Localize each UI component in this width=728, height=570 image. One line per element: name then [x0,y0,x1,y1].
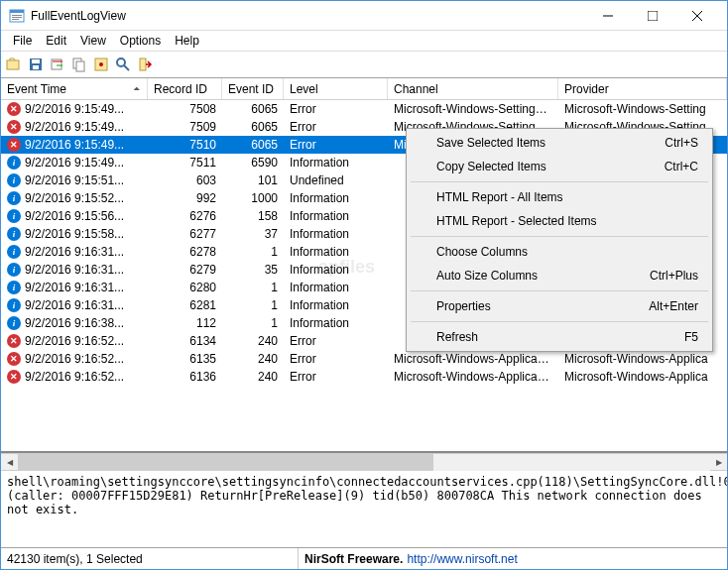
menu-item-label: HTML Report - Selected Items [436,214,597,228]
svg-rect-1 [10,10,24,13]
svg-rect-15 [76,61,84,71]
cell-provider: Microsoft-Windows-Applica [558,369,727,385]
scroll-track[interactable] [18,454,710,471]
cell-provider: Microsoft-Windows-Applica [558,351,727,367]
content-area: Event Time⏶ Record ID Event ID Level Cha… [1,78,727,547]
context-menu-item[interactable]: HTML Report - All Items [409,185,710,209]
menu-edit[interactable]: Edit [40,32,72,50]
cell-record-id: 6135 [148,351,222,367]
context-menu-item[interactable]: HTML Report - Selected Items [409,209,710,233]
table-row[interactable]: 9/2/2016 9:16:52...6135240ErrorMicrosoft… [1,350,727,368]
column-channel[interactable]: Channel [388,78,558,99]
cell-record-id: 6281 [148,297,222,313]
cell-level: Error [284,119,388,135]
info-icon [7,156,21,170]
cell-event-time: 9/2/2016 9:15:49... [25,120,124,134]
toolbar-save-icon[interactable] [27,56,45,73]
cell-event-time: 9/2/2016 9:15:49... [25,138,124,152]
menu-item-shortcut: Ctrl+Plus [650,269,698,283]
sort-indicator-icon: ⏶ [133,84,141,93]
menu-item-label: Save Selected Items [436,136,546,150]
cell-record-id: 7509 [148,119,222,135]
status-branding: NirSoft Freeware. http://www.nirsoft.net [299,548,727,569]
menu-separator [411,290,708,291]
cell-channel: Microsoft-Windows-Applicati... [388,351,558,367]
app-window: FullEventLogView File Edit View Options … [0,0,728,570]
cell-level: Information [284,226,388,242]
context-menu-item[interactable]: Copy Selected ItemsCtrl+C [409,155,710,178]
table-row[interactable]: 9/2/2016 9:15:49...75086065ErrorMicrosof… [1,100,727,118]
cell-level: Error [284,351,388,367]
detail-pane[interactable]: shell\roaming\settingsynccore\settingsyn… [1,470,727,547]
info-icon [7,191,21,205]
svg-rect-12 [33,65,39,69]
menu-view[interactable]: View [74,32,112,50]
error-icon [7,352,21,366]
toolbar-find-icon[interactable] [114,56,132,73]
column-record-id[interactable]: Record ID [148,78,222,99]
info-icon [7,298,21,312]
context-menu-item[interactable]: Auto Size ColumnsCtrl+Plus [409,264,710,287]
menu-file[interactable]: File [7,32,38,50]
brand-url-link[interactable]: http://www.nirsoft.net [407,552,517,566]
scroll-left-button[interactable]: ◀ [1,454,18,471]
cell-event-id: 240 [222,351,284,367]
cell-record-id: 6280 [148,280,222,295]
cell-event-id: 1 [222,315,284,331]
cell-level: Undefined [284,172,388,188]
cell-event-time: 9/2/2016 9:15:51... [25,173,124,187]
info-icon [7,227,21,241]
cell-event-time: 9/2/2016 9:16:52... [25,370,124,384]
context-menu-item[interactable]: Choose Columns [409,240,710,264]
cell-level: Error [284,137,388,153]
cell-provider: Microsoft-Windows-Setting [558,101,727,117]
menu-options[interactable]: Options [114,32,167,50]
menu-item-label: Choose Columns [436,245,528,259]
cell-event-time: 9/2/2016 9:16:31... [25,245,124,259]
statusbar: 42130 item(s), 1 Selected NirSoft Freewa… [1,547,727,569]
cell-record-id: 992 [148,190,222,206]
cell-event-id: 6065 [222,137,284,153]
toolbar [1,51,727,78]
cell-level: Information [284,208,388,224]
cell-level: Information [284,262,388,278]
scroll-right-button[interactable]: ▶ [710,454,727,471]
titlebar: FullEventLogView [1,1,727,31]
toolbar-properties-icon[interactable] [92,56,110,73]
maximize-button[interactable] [630,1,674,30]
cell-event-id: 240 [222,369,284,385]
column-event-time[interactable]: Event Time⏶ [1,78,148,99]
cell-level: Information [284,280,388,295]
context-menu: Save Selected ItemsCtrl+SCopy Selected I… [406,128,713,352]
menu-help[interactable]: Help [169,32,205,50]
column-provider[interactable]: Provider [558,78,727,99]
menu-item-label: Refresh [436,330,478,344]
cell-record-id: 6134 [148,333,222,349]
context-menu-item[interactable]: RefreshF5 [409,325,710,349]
svg-rect-11 [32,59,40,63]
table-row[interactable]: 9/2/2016 9:16:52...6136240ErrorMicrosoft… [1,368,727,386]
svg-rect-20 [140,58,146,70]
minimize-button[interactable] [585,1,630,30]
column-level[interactable]: Level [284,78,388,99]
status-item-count: 42130 item(s), 1 Selected [1,548,299,569]
toolbar-filter-icon[interactable] [49,56,66,73]
close-button[interactable] [674,1,719,30]
cell-event-id: 35 [222,262,284,278]
cell-level: Error [284,333,388,349]
scroll-thumb[interactable] [18,454,433,471]
toolbar-open-icon[interactable] [5,56,23,73]
svg-rect-9 [7,60,19,69]
context-menu-item[interactable]: PropertiesAlt+Enter [409,294,710,318]
context-menu-item[interactable]: Save Selected ItemsCtrl+S [409,131,710,155]
cell-event-id: 1000 [222,190,284,206]
column-event-id[interactable]: Event ID [222,78,284,99]
cell-level: Error [284,101,388,117]
menu-item-shortcut: Ctrl+S [665,136,698,150]
cell-event-time: 9/2/2016 9:16:38... [25,316,124,330]
toolbar-exit-icon[interactable] [136,56,154,73]
horizontal-scrollbar[interactable]: ◀ ▶ [1,453,727,470]
menu-item-label: HTML Report - All Items [436,190,563,204]
error-icon [7,334,21,348]
toolbar-copy-icon[interactable] [70,56,88,73]
